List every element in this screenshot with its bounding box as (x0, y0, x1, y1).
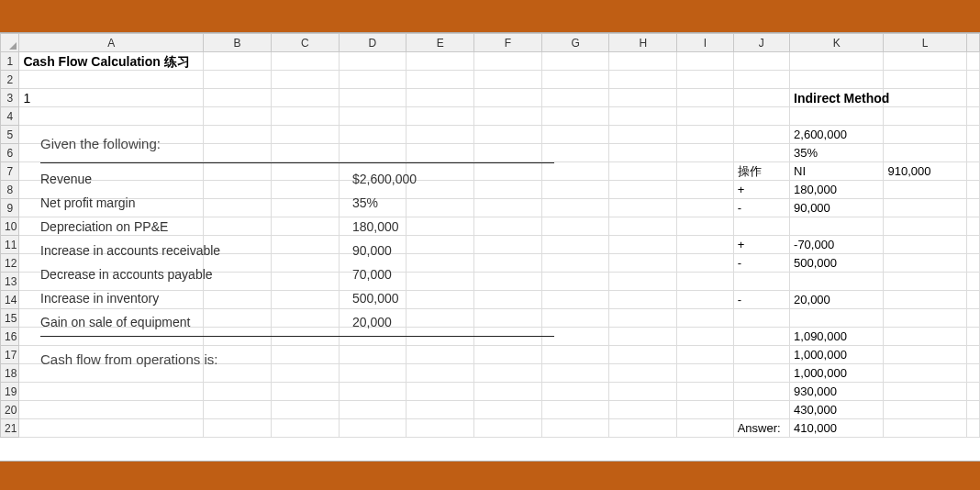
cell[interactable] (339, 199, 406, 217)
cell[interactable] (271, 328, 339, 346)
cell[interactable] (19, 144, 204, 162)
col-header[interactable]: E (406, 34, 474, 52)
cell[interactable] (474, 89, 542, 107)
cell[interactable] (733, 364, 789, 383)
cell[interactable] (19, 254, 204, 273)
cell[interactable] (271, 291, 339, 309)
cell[interactable] (339, 181, 406, 199)
cell[interactable] (609, 401, 677, 419)
cell[interactable] (271, 217, 339, 236)
cell[interactable] (966, 309, 979, 328)
cell[interactable] (733, 144, 789, 162)
cell[interactable] (339, 162, 406, 181)
cell[interactable] (609, 273, 677, 291)
cell[interactable] (609, 126, 677, 144)
col-header[interactable]: L (884, 34, 966, 52)
cell[interactable] (406, 217, 474, 236)
cell[interactable] (541, 364, 609, 383)
cell[interactable] (204, 364, 272, 383)
cell[interactable]: 2,600,000 (790, 126, 884, 144)
cell[interactable] (339, 419, 406, 438)
cell[interactable] (677, 71, 733, 89)
cell[interactable] (19, 383, 204, 401)
cell[interactable] (19, 328, 204, 346)
cell[interactable] (204, 199, 272, 217)
cell[interactable] (884, 89, 966, 107)
cell[interactable] (406, 401, 474, 419)
cell[interactable] (474, 181, 542, 199)
cell[interactable] (271, 309, 339, 328)
cell[interactable] (966, 181, 979, 199)
cell[interactable] (884, 144, 966, 162)
cell[interactable]: 430,000 (790, 401, 884, 419)
cell[interactable] (19, 162, 204, 181)
cell[interactable] (541, 236, 609, 254)
cell[interactable] (339, 52, 406, 71)
row-header[interactable]: 14 (1, 291, 19, 309)
cell[interactable] (474, 199, 542, 217)
cell[interactable] (733, 71, 789, 89)
cell[interactable] (541, 291, 609, 309)
col-header[interactable]: C (271, 34, 339, 52)
cell[interactable] (677, 254, 733, 273)
row-header[interactable]: 3 (1, 89, 19, 107)
row-header[interactable]: 8 (1, 181, 19, 199)
cell[interactable] (339, 273, 406, 291)
cell[interactable] (271, 126, 339, 144)
row-header[interactable]: 12 (1, 254, 19, 273)
cell[interactable] (406, 181, 474, 199)
cell[interactable] (609, 291, 677, 309)
cell[interactable] (541, 217, 609, 236)
cell[interactable] (406, 346, 474, 364)
cell[interactable] (884, 254, 966, 273)
cell[interactable]: 910,000 (884, 162, 966, 181)
cell[interactable] (474, 419, 542, 438)
cell[interactable] (19, 346, 204, 364)
cell[interactable] (733, 217, 789, 236)
cell[interactable] (474, 71, 542, 89)
cell[interactable] (541, 71, 609, 89)
cell[interactable] (204, 291, 272, 309)
cell[interactable] (474, 52, 542, 71)
cell[interactable] (541, 328, 609, 346)
cell[interactable] (966, 162, 979, 181)
cell[interactable] (271, 162, 339, 181)
cell[interactable] (541, 346, 609, 364)
cell[interactable] (677, 89, 733, 107)
cell[interactable] (271, 199, 339, 217)
cell[interactable]: - (733, 199, 789, 217)
cell[interactable] (406, 107, 474, 126)
cell[interactable]: NI (790, 162, 884, 181)
cell[interactable] (609, 89, 677, 107)
cell[interactable] (271, 364, 339, 383)
spreadsheet-grid[interactable]: A B C D E F G H I J K L 1Cash Flow Calcu… (0, 33, 980, 438)
cell[interactable] (541, 126, 609, 144)
cell[interactable] (966, 401, 979, 419)
cell[interactable] (19, 419, 204, 438)
cell[interactable] (19, 126, 204, 144)
cell[interactable] (966, 346, 979, 364)
cell[interactable] (19, 291, 204, 309)
row-header[interactable]: 10 (1, 217, 19, 236)
cell[interactable]: 90,000 (790, 199, 884, 217)
cell[interactable] (966, 217, 979, 236)
cell[interactable] (474, 236, 542, 254)
cell[interactable] (677, 52, 733, 71)
cell[interactable]: 1,000,000 (790, 346, 884, 364)
cell[interactable] (609, 364, 677, 383)
cell[interactable] (204, 401, 272, 419)
cell[interactable] (339, 383, 406, 401)
cell[interactable] (474, 291, 542, 309)
cell[interactable] (339, 328, 406, 346)
cell[interactable] (790, 52, 884, 71)
cell[interactable] (609, 52, 677, 71)
cell[interactable] (884, 401, 966, 419)
cell[interactable] (884, 291, 966, 309)
cell[interactable] (541, 401, 609, 419)
cell[interactable] (677, 383, 733, 401)
cell[interactable] (609, 71, 677, 89)
cell[interactable]: 180,000 (790, 181, 884, 199)
cell[interactable] (884, 71, 966, 89)
cell[interactable] (733, 107, 789, 126)
cell[interactable] (406, 309, 474, 328)
